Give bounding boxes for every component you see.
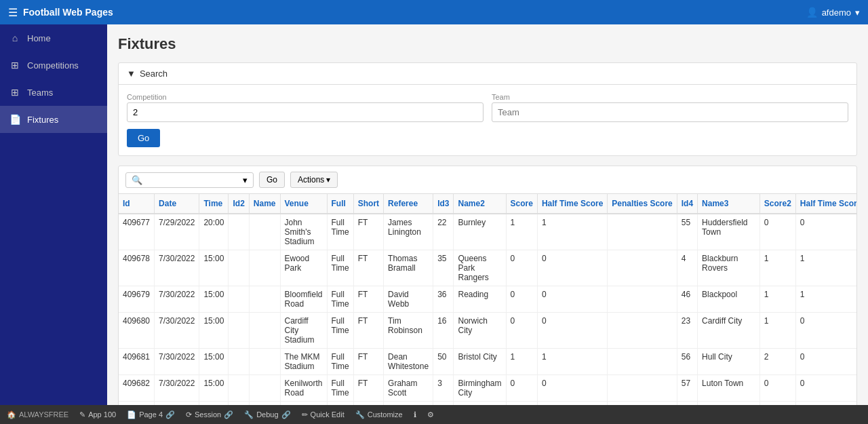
page-icon: 📄: [127, 410, 136, 419]
app-100-item[interactable]: ✎ App 100: [79, 410, 116, 419]
search-section: ▼ Search Competition Team Go: [118, 62, 857, 156]
col-id[interactable]: Id: [119, 194, 155, 214]
table-cell: FT: [353, 214, 383, 250]
col-full[interactable]: Full: [327, 194, 353, 214]
col-date[interactable]: Date: [155, 194, 199, 214]
table-search-input[interactable]: [145, 175, 240, 185]
table-cell: [608, 250, 677, 286]
table-cell: Full Time: [327, 375, 353, 402]
search-row: Competition Team: [127, 93, 848, 122]
sidebar-item-competitions-label: Competitions: [27, 60, 79, 71]
col-name[interactable]: Name: [249, 194, 280, 214]
table-cell: 36: [433, 286, 454, 313]
search-dropdown-icon[interactable]: ▾: [243, 175, 248, 185]
table-cell: 15:00: [199, 349, 229, 375]
col-id2[interactable]: Id2: [229, 194, 249, 214]
col-short[interactable]: Short: [353, 194, 383, 214]
table-scroll: Id Date Time Id2 Name Venue Full Short R…: [119, 194, 856, 405]
table-cell: 4: [677, 250, 697, 286]
col-half-time-score[interactable]: Half Time Score: [537, 194, 607, 214]
table-cell: [229, 250, 249, 286]
go-button[interactable]: Go: [127, 129, 160, 147]
app-100-label: App 100: [88, 410, 116, 419]
table-cell: [229, 375, 249, 402]
sidebar: ⌂ Home ⊞ Competitions ⊞ Teams 📄 Fixtures: [0, 24, 107, 405]
quick-edit-item[interactable]: ✏ Quick Edit: [302, 410, 344, 419]
table-cell: 23: [677, 313, 697, 349]
table-cell: 409678: [119, 250, 155, 286]
user-name[interactable]: afdemo: [822, 7, 851, 18]
table-cell: 1: [760, 286, 795, 313]
col-time[interactable]: Time: [199, 194, 229, 214]
col-name2[interactable]: Name2: [454, 194, 506, 214]
table-cell: 409681: [119, 349, 155, 375]
table-cell: 15:00: [199, 375, 229, 402]
col-half-time-score2[interactable]: Half Time Score2: [795, 194, 856, 214]
col-venue[interactable]: Venue: [280, 194, 327, 214]
col-score[interactable]: Score: [506, 194, 537, 214]
table-row: 4096797/30/202215:00Bloomfield RoadFull …: [119, 286, 856, 313]
table-cell: 0: [506, 375, 537, 402]
debug-icon: 🔧: [244, 410, 254, 419]
col-name3[interactable]: Name3: [698, 194, 760, 214]
customize-icon: 🔧: [355, 410, 365, 419]
table-cell: 409677: [119, 214, 155, 250]
table-cell: Cardiff City Stadium: [280, 313, 327, 349]
table-cell: FT: [353, 349, 383, 375]
user-chevron-icon: ▾: [855, 7, 860, 18]
table-cell: 7/30/2022: [155, 375, 199, 402]
competitions-icon: ⊞: [9, 60, 20, 71]
col-referee[interactable]: Referee: [384, 194, 433, 214]
session-item[interactable]: ⟳ Session 🔗: [186, 410, 233, 419]
table-cell: Norwich City: [454, 313, 506, 349]
sidebar-item-competitions[interactable]: ⊞ Competitions: [0, 52, 107, 79]
table-cell: 20:00: [199, 214, 229, 250]
menu-icon[interactable]: ☰: [8, 6, 18, 19]
col-id3[interactable]: Id3: [433, 194, 454, 214]
table-cell: Full Time: [327, 313, 353, 349]
table-cell: [249, 313, 280, 349]
table-cell: 56: [677, 349, 697, 375]
table-cell: Graham Scott: [384, 375, 433, 402]
page-title: Fixtures: [118, 35, 857, 53]
table-cell: The MKM Stadium: [280, 349, 327, 375]
table-cell: [249, 349, 280, 375]
team-input[interactable]: [492, 102, 848, 122]
table-cell: 7/30/2022: [155, 250, 199, 286]
search-toggle[interactable]: ▼ Search: [119, 63, 856, 85]
sidebar-item-fixtures-label: Fixtures: [27, 115, 58, 125]
sidebar-item-fixtures[interactable]: 📄 Fixtures: [0, 106, 107, 133]
page-link-icon: 🔗: [165, 410, 175, 419]
actions-label: Actions: [298, 175, 324, 185]
info-item[interactable]: ℹ: [414, 410, 416, 419]
competition-input[interactable]: [127, 102, 484, 122]
session-link-icon: 🔗: [224, 410, 233, 419]
settings-item[interactable]: ⚙: [427, 410, 434, 419]
competition-label: Competition: [127, 93, 484, 101]
table-cell: Hull City: [698, 349, 760, 375]
debug-item[interactable]: 🔧 Debug 🔗: [244, 410, 290, 419]
table-cell: 50: [433, 349, 454, 375]
sidebar-item-teams[interactable]: ⊞ Teams: [0, 79, 107, 106]
table-cell: 15:00: [199, 286, 229, 313]
fixtures-icon: 📄: [9, 114, 20, 125]
table-cell: [229, 214, 249, 250]
customize-item[interactable]: 🔧 Customize: [355, 410, 403, 419]
always-free-item: 🏠 ALWAYSFREE: [7, 410, 68, 419]
info-icon: ℹ: [414, 410, 416, 419]
table-cell: 7/30/2022: [155, 349, 199, 375]
page-4-item[interactable]: 📄 Page 4 🔗: [127, 410, 175, 419]
table-go-button[interactable]: Go: [259, 172, 285, 188]
always-free-label: ALWAYSFREE: [19, 410, 68, 419]
session-label: Session: [195, 410, 221, 419]
col-penalties-score[interactable]: Penalties Score: [608, 194, 677, 214]
actions-button-wrap: Actions ▾: [290, 172, 338, 188]
table-row: 4096787/30/202215:00Ewood ParkFull TimeF…: [119, 250, 856, 286]
table-cell: FT: [353, 250, 383, 286]
sidebar-item-home[interactable]: ⌂ Home: [0, 24, 107, 52]
table-cell: 3: [433, 375, 454, 402]
col-id4[interactable]: Id4: [677, 194, 697, 214]
col-score2[interactable]: Score2: [760, 194, 795, 214]
actions-button[interactable]: Actions ▾: [290, 172, 338, 188]
table-cell: FT: [353, 313, 383, 349]
